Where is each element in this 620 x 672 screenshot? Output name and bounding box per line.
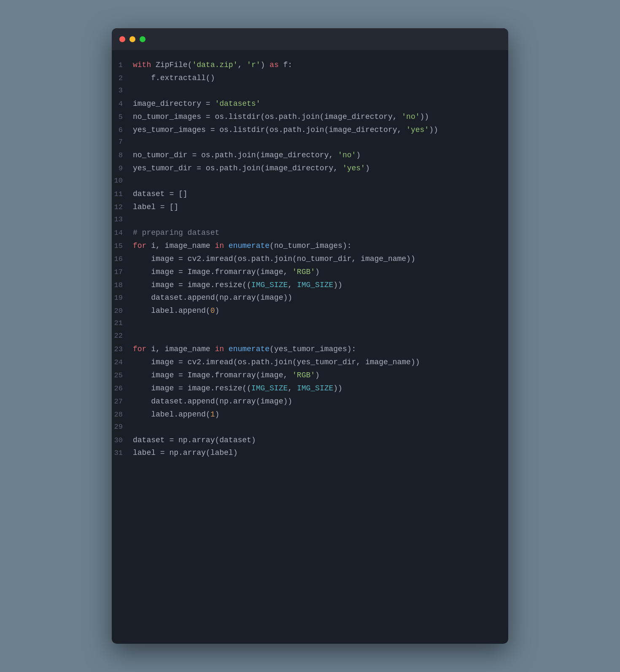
code-line-11: 11 dataset = [] (112, 188, 508, 201)
code-line-6: 6 yes_tumor_images = os.listdir(os.path.… (112, 124, 508, 137)
line-number: 23 (112, 344, 133, 356)
line-number: 24 (112, 357, 133, 369)
code-line-16: 16 image = cv2.imread(os.path.join(no_tu… (112, 253, 508, 266)
code-line-25: 25 image = Image.fromarray(image, 'RGB') (112, 369, 508, 382)
code-line-18: 18 image = image.resize((IMG_SIZE, IMG_S… (112, 279, 508, 292)
line-number: 22 (112, 330, 133, 342)
code-content: label.append(1) (133, 408, 219, 421)
code-line-22: 22 (112, 330, 508, 343)
maximize-button[interactable] (140, 36, 146, 42)
code-editor: 1 with ZipFile('data.zip', 'r') as f: 2 … (112, 50, 508, 468)
line-number: 15 (112, 240, 133, 253)
code-line-3: 3 (112, 85, 508, 97)
code-line-20: 20 label.append(0) (112, 304, 508, 317)
code-content: image = image.resize((IMG_SIZE, IMG_SIZE… (133, 382, 342, 395)
code-line-21: 21 (112, 317, 508, 330)
code-content: label = [] (133, 201, 178, 214)
code-line-5: 5 no_tumor_images = os.listdir(os.path.j… (112, 110, 508, 124)
code-line-17: 17 image = Image.fromarray(image, 'RGB') (112, 266, 508, 279)
line-number: 9 (112, 163, 133, 175)
minimize-button[interactable] (129, 36, 135, 42)
line-number: 14 (112, 227, 133, 239)
code-content: label = np.array(label) (133, 446, 237, 460)
code-line-12: 12 label = [] (112, 201, 508, 214)
line-number: 2 (112, 73, 133, 85)
line-number: 7 (112, 136, 133, 148)
line-number: 1 (112, 59, 133, 72)
line-number: 8 (112, 150, 133, 162)
code-content: dataset.append(np.array(image)) (133, 291, 292, 304)
line-number: 29 (112, 421, 133, 433)
line-number: 5 (112, 111, 133, 124)
line-number: 10 (112, 175, 133, 187)
code-line-13: 13 (112, 214, 508, 226)
code-content: image_directory = 'datasets' (133, 97, 260, 110)
code-content: dataset.append(np.array(image)) (133, 395, 292, 408)
line-number: 27 (112, 396, 133, 408)
code-content: f.extractall() (133, 72, 215, 85)
code-content: image = Image.fromarray(image, 'RGB') (133, 369, 320, 382)
code-content: yes_tumor_dir = os.path.join(image_direc… (133, 162, 370, 175)
code-content: with ZipFile('data.zip', 'r') as f: (133, 59, 292, 72)
code-content: for i, image_name in enumerate(yes_tumor… (133, 343, 356, 356)
code-content: yes_tumor_images = os.listdir(os.path.jo… (133, 124, 438, 137)
code-line-10: 10 (112, 175, 508, 188)
code-line-2: 2 f.extractall() (112, 72, 508, 85)
line-number: 12 (112, 202, 133, 214)
line-number: 11 (112, 188, 133, 201)
code-content: image = cv2.imread(os.path.join(no_tumor… (133, 253, 415, 266)
code-line-30: 30 dataset = np.array(dataset) (112, 434, 508, 447)
line-number: 25 (112, 370, 133, 382)
line-number: 20 (112, 305, 133, 317)
code-content: image = Image.fromarray(image, 'RGB') (133, 266, 320, 279)
code-line-31: 31 label = np.array(label) (112, 446, 508, 460)
code-line-9: 9 yes_tumor_dir = os.path.join(image_dir… (112, 162, 508, 175)
line-number: 21 (112, 317, 133, 330)
line-number: 3 (112, 85, 133, 97)
line-number: 4 (112, 98, 133, 110)
code-content: dataset = np.array(dataset) (133, 434, 256, 447)
code-line-29: 29 (112, 421, 508, 434)
code-line-19: 19 dataset.append(np.array(image)) (112, 291, 508, 304)
line-number: 18 (112, 280, 133, 292)
code-editor-window: 1 with ZipFile('data.zip', 'r') as f: 2 … (112, 28, 508, 644)
code-content: for i, image_name in enumerate(no_tumor_… (133, 239, 352, 253)
code-line-15: 15 for i, image_name in enumerate(no_tum… (112, 239, 508, 253)
line-number: 13 (112, 214, 133, 226)
code-content: no_tumor_images = os.listdir(os.path.joi… (133, 110, 429, 124)
code-line-4: 4 image_directory = 'datasets' (112, 97, 508, 110)
code-line-26: 26 image = image.resize((IMG_SIZE, IMG_S… (112, 382, 508, 395)
code-content: image = image.resize((IMG_SIZE, IMG_SIZE… (133, 279, 342, 292)
line-number: 26 (112, 383, 133, 395)
code-content: label.append(0) (133, 304, 219, 317)
line-number: 31 (112, 447, 133, 460)
code-line-28: 28 label.append(1) (112, 408, 508, 421)
code-line-14: 14 # preparing dataset (112, 226, 508, 239)
line-number: 6 (112, 124, 133, 137)
code-line-7: 7 (112, 136, 508, 149)
code-content: no_tumor_dir = os.path.join(image_direct… (133, 149, 361, 162)
titlebar (112, 28, 508, 50)
code-content: dataset = [] (133, 188, 188, 201)
line-number: 17 (112, 266, 133, 279)
line-number: 16 (112, 253, 133, 266)
code-line-24: 24 image = cv2.imread(os.path.join(yes_t… (112, 356, 508, 369)
code-line-8: 8 no_tumor_dir = os.path.join(image_dire… (112, 149, 508, 162)
line-number: 19 (112, 292, 133, 304)
close-button[interactable] (119, 36, 125, 42)
code-line-23: 23 for i, image_name in enumerate(yes_tu… (112, 343, 508, 356)
code-content: # preparing dataset (133, 226, 219, 239)
code-content: image = cv2.imread(os.path.join(yes_tumo… (133, 356, 420, 369)
code-line-1: 1 with ZipFile('data.zip', 'r') as f: (112, 59, 508, 72)
code-line-27: 27 dataset.append(np.array(image)) (112, 395, 508, 408)
line-number: 28 (112, 409, 133, 421)
line-number: 30 (112, 435, 133, 447)
